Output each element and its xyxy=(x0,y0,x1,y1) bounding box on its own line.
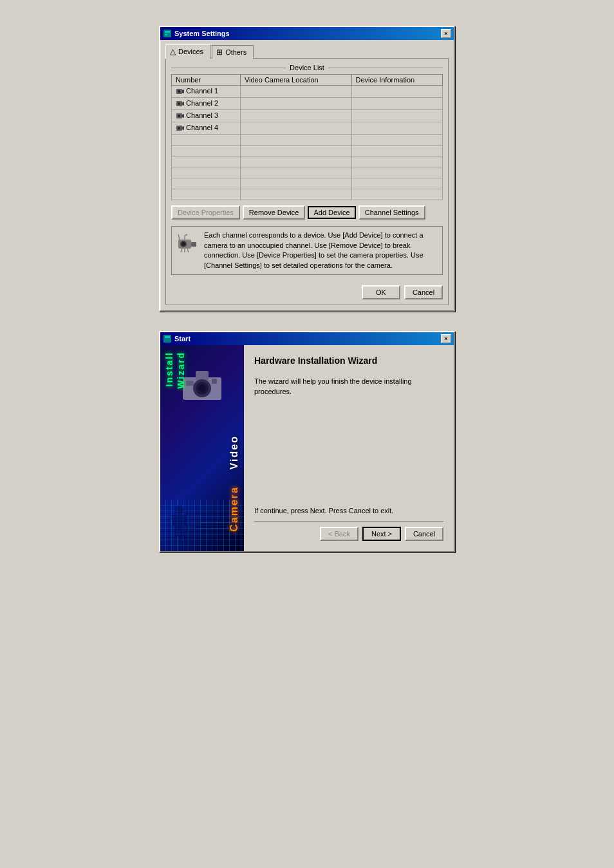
svg-rect-26 xyxy=(165,336,170,338)
table-row[interactable] xyxy=(172,146,443,156)
svg-point-11 xyxy=(178,115,180,117)
sidebar-text-camera: Camera xyxy=(228,486,240,532)
tab-devices[interactable]: △ Devices xyxy=(165,44,210,59)
ok-button-1[interactable]: OK xyxy=(362,285,400,299)
next-button[interactable]: Next > xyxy=(362,527,401,541)
svg-marker-4 xyxy=(182,90,184,93)
tab-bar-1: △ Devices ⊞ Others xyxy=(165,44,449,58)
title-bar-2: Start × xyxy=(160,332,454,345)
col-location: Video Camera Location xyxy=(240,75,351,86)
info-box: Each channel corresponds to a device. Us… xyxy=(171,226,443,275)
svg-rect-37 xyxy=(183,515,187,525)
table-row[interactable]: Channel 4 xyxy=(172,122,443,135)
table-row[interactable] xyxy=(172,135,443,146)
svg-line-21 xyxy=(185,234,187,236)
window-icon-2 xyxy=(163,334,172,343)
window-icon-1 xyxy=(163,29,172,38)
wizard-desc: The wizard will help you finish the devi… xyxy=(254,376,443,496)
svg-line-19 xyxy=(178,234,180,240)
svg-line-23 xyxy=(187,249,189,252)
sidebar-text-video: Video xyxy=(228,435,240,469)
svg-point-14 xyxy=(178,127,180,129)
svg-rect-2 xyxy=(165,34,167,35)
svg-rect-39 xyxy=(180,528,184,537)
svg-rect-38 xyxy=(175,528,179,537)
table-row[interactable] xyxy=(172,156,443,167)
wizard-body: Install Wizard Video Camera Hardware Ins… xyxy=(160,345,454,551)
close-button-1[interactable]: × xyxy=(441,29,451,38)
svg-point-8 xyxy=(178,102,180,105)
tab-others[interactable]: ⊞ Others xyxy=(212,45,254,59)
person-silhouette xyxy=(170,505,189,538)
window1-content: △ Devices ⊞ Others Device List Number Vi… xyxy=(160,40,454,310)
sidebar-text-install: Install xyxy=(164,352,174,386)
others-tab-icon: ⊞ xyxy=(216,48,223,57)
table-row[interactable] xyxy=(172,167,443,178)
channel-label: Channel 2 xyxy=(186,99,218,107)
channel-label: Channel 1 xyxy=(186,87,218,95)
svg-rect-36 xyxy=(172,515,176,525)
start-window: Start × xyxy=(159,331,455,552)
window-title-2: Start xyxy=(174,335,191,343)
tab-others-label: Others xyxy=(225,48,247,56)
svg-rect-16 xyxy=(191,242,196,247)
svg-marker-10 xyxy=(182,114,184,118)
device-properties-button[interactable]: Device Properties xyxy=(171,205,240,220)
info-icon xyxy=(176,231,199,270)
cancel-button-2[interactable]: Cancel xyxy=(405,527,443,541)
svg-point-18 xyxy=(181,242,185,246)
device-table: Number Video Camera Location Device Info… xyxy=(171,74,443,200)
system-settings-window: System Settings × △ Devices ⊞ Others Dev… xyxy=(159,26,455,312)
channel-label: Channel 3 xyxy=(186,111,218,119)
svg-marker-13 xyxy=(182,126,184,130)
svg-line-22 xyxy=(181,249,182,252)
channel-settings-button[interactable]: Channel Settings xyxy=(358,205,425,220)
table-row[interactable] xyxy=(172,189,443,200)
info-text: Each channel corresponds to a device. Us… xyxy=(204,231,438,270)
svg-point-31 xyxy=(198,384,206,392)
remove-device-button[interactable]: Remove Device xyxy=(243,205,306,220)
cancel-button-1[interactable]: Cancel xyxy=(404,285,443,299)
device-list-label: Device List xyxy=(171,64,443,71)
device-buttons-row: Device Properties Remove Device Add Devi… xyxy=(171,205,443,220)
sidebar-text-wizard: Wizard xyxy=(176,352,186,389)
tab-devices-label: Devices xyxy=(178,48,203,55)
svg-rect-35 xyxy=(175,515,184,529)
close-button-2[interactable]: × xyxy=(441,334,451,343)
add-device-button[interactable]: Add Device xyxy=(308,206,355,219)
wizard-sidebar: Install Wizard Video Camera xyxy=(160,345,244,551)
col-number: Number xyxy=(172,75,241,86)
svg-rect-33 xyxy=(212,379,217,384)
svg-point-5 xyxy=(178,90,180,93)
wizard-title: Hardware Installation Wizard xyxy=(254,355,443,366)
wizard-footer: < Back Next > Cancel xyxy=(254,521,443,541)
wizard-footer-text: If continue, press Next. Press Cancel to… xyxy=(254,507,443,514)
window-title-1: System Settings xyxy=(174,30,230,37)
back-button[interactable]: < Back xyxy=(320,527,358,541)
svg-rect-1 xyxy=(165,31,170,33)
tab-content-devices: Device List Number Video Camera Location… xyxy=(165,58,449,305)
window2-content: Install Wizard Video Camera Hardware Ins… xyxy=(160,345,454,551)
wizard-main: Hardware Installation Wizard The wizard … xyxy=(244,345,454,551)
svg-rect-32 xyxy=(186,381,194,386)
dialog-footer-1: OK Cancel xyxy=(171,281,443,299)
svg-point-34 xyxy=(175,505,184,514)
svg-rect-0 xyxy=(163,30,171,37)
table-row[interactable] xyxy=(172,178,443,189)
table-row[interactable]: Channel 1 xyxy=(172,86,443,98)
svg-rect-28 xyxy=(196,371,209,381)
title-bar-1: System Settings × xyxy=(160,27,454,40)
table-row[interactable]: Channel 2 xyxy=(172,98,443,110)
svg-rect-25 xyxy=(163,335,171,343)
svg-marker-7 xyxy=(182,102,184,106)
devices-tab-icon: △ xyxy=(170,47,176,56)
col-info: Device Information xyxy=(351,75,442,86)
table-row[interactable]: Channel 3 xyxy=(172,110,443,122)
channel-label: Channel 4 xyxy=(186,124,218,131)
